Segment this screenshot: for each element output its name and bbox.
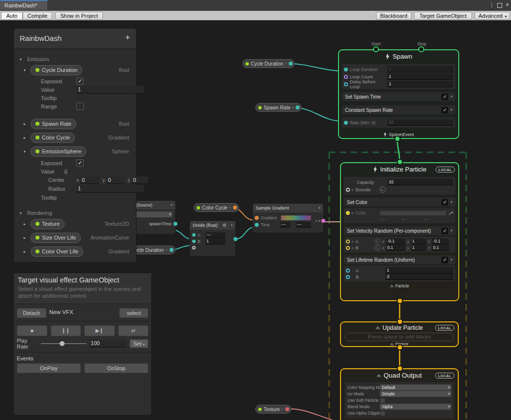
show-in-project-button[interactable]: Show in Project	[55, 12, 103, 20]
add-parameter-button[interactable]: +	[125, 33, 130, 42]
wire-cycle-duration-to-loop-duration[interactable]	[288, 64, 343, 71]
collapse-icon[interactable]: ‹	[285, 61, 287, 66]
chevron-down-icon[interactable]: ▾	[450, 108, 452, 112]
param-row-color-cycle[interactable]: ▸ Color Cycle Gradient	[14, 132, 136, 143]
gear-icon[interactable]: ⚙	[222, 223, 226, 228]
divide-a-field[interactable]: —	[205, 232, 225, 238]
quad-input-flow-port[interactable]	[397, 365, 403, 372]
chevron-down-icon[interactable]: ▾	[450, 229, 452, 233]
collapse-icon[interactable]: ‹	[282, 407, 283, 412]
divide-b-field[interactable]: 1	[205, 239, 225, 245]
chevron-down-icon[interactable]: ▾	[20, 211, 24, 215]
chevron-down-icon[interactable]: ▾	[24, 68, 28, 72]
expander-icon[interactable]: ▸	[352, 188, 354, 192]
node-quad-output[interactable]: Ψ Quad Output LOCAL Color Mapping Mode D…	[340, 368, 459, 420]
node-sample-gradient[interactable]: Sample Gradient ▾ Gradient Time — — ▸ s	[253, 204, 323, 233]
initialize-output-flow-port[interactable]	[397, 298, 403, 304]
velocity-b-z[interactable]: 0.1	[432, 245, 449, 251]
blackboard-toggle-button[interactable]: Blackboard	[376, 12, 411, 20]
chevron-right-icon[interactable]: ▸	[24, 136, 28, 140]
expander-icon[interactable]: ▸	[352, 211, 354, 215]
link-icon[interactable]: L	[379, 186, 386, 193]
select-button[interactable]: select	[119, 308, 148, 318]
node-initialize-particle[interactable]: Initialize Particle LOCAL Capacity 32 ▸ …	[340, 162, 459, 301]
node-spawn[interactable]: Spawn Loop Duration 1 Loop Count 1 Delay…	[338, 49, 459, 139]
sample-output-port[interactable]	[321, 219, 325, 223]
slider-handle[interactable]	[60, 341, 65, 346]
restart-button[interactable]: ⇄	[118, 325, 149, 336]
velocity-a-y[interactable]: 1	[411, 239, 426, 245]
flow-spawn-to-initialize[interactable]	[397, 139, 400, 162]
eyedropper-icon[interactable]	[448, 210, 453, 215]
chevron-down-icon[interactable]: ▾	[450, 258, 452, 262]
param-output-port[interactable]	[296, 105, 300, 109]
node-divide[interactable]: Divide (float) ⚙ ▾ A — B 1	[190, 221, 236, 256]
param-node-cycle-duration[interactable]: Cycle Duration ‹	[242, 59, 295, 68]
chevron-down-icon[interactable]: ▾	[20, 57, 24, 62]
time-input-port[interactable]	[255, 223, 259, 227]
color-mapping-dropdown[interactable]: Default ▾	[380, 385, 451, 390]
lifetime-a-field[interactable]: 1	[385, 267, 453, 274]
center-z-field[interactable]: 0	[132, 176, 148, 184]
block-set-velocity-random[interactable]: Set Velocity Random (Per-component) ▾	[344, 226, 455, 235]
chevron-right-icon[interactable]: ▸	[24, 236, 28, 240]
play-rate-field[interactable]: 100	[89, 340, 127, 348]
chevron-down-icon[interactable]: ▾	[318, 206, 320, 210]
rate-field[interactable]: 32	[387, 119, 453, 126]
onstop-button[interactable]: OnStop	[84, 363, 148, 373]
capacity-field[interactable]: 32	[387, 179, 453, 185]
collapse-icon[interactable]: ‹	[166, 247, 168, 252]
lifetime-a-port[interactable]	[346, 269, 350, 273]
value-field[interactable]: 1	[76, 86, 144, 94]
block-set-color[interactable]: Set Color ▾	[344, 198, 455, 207]
compile-button[interactable]: Compile	[23, 12, 52, 20]
param-output-port[interactable]	[289, 62, 293, 66]
expander-icon[interactable]: ▸	[352, 246, 354, 250]
chevron-right-icon[interactable]: ▸	[24, 222, 28, 226]
pause-button[interactable]: ❙❙	[51, 325, 81, 336]
initialize-input-flow-port[interactable]	[397, 159, 403, 165]
color-port[interactable]	[346, 211, 350, 215]
param-node-texture[interactable]: Texture ‹	[255, 405, 291, 414]
exposed-checkbox[interactable]	[76, 77, 84, 85]
play-rate-slider[interactable]	[41, 341, 86, 346]
local-badge[interactable]: LOCAL	[436, 167, 455, 173]
block-constant-spawn-rate[interactable]: Constant Spawn Rate ▾	[342, 105, 455, 114]
delay-before-loop-port[interactable]	[344, 82, 348, 86]
param-output-port[interactable]	[285, 407, 289, 411]
block-enabled-checkbox[interactable]	[442, 199, 448, 206]
menu-icon[interactable]: ⋮	[489, 1, 495, 8]
blend-mode-dropdown[interactable]: Alpha ▾	[380, 404, 451, 410]
tab-rainbwdash[interactable]: RainbwDash*	[0, 0, 47, 10]
uv-mode-dropdown[interactable]: Simple ▾	[380, 391, 451, 397]
lifetime-b-port[interactable]	[346, 275, 350, 279]
param-row-cycle-duration[interactable]: ▾ Cycle Duration float	[14, 65, 136, 75]
link-icon[interactable]: L	[375, 245, 380, 251]
target-gameobject-toggle-button[interactable]: Target GameObject	[414, 12, 472, 20]
param-row-spawn-rate[interactable]: ▸ Spawn Rate float	[14, 118, 136, 129]
node-spawn-title[interactable]: Spawn	[339, 50, 458, 63]
set-dropdown[interactable]: Set ▾	[130, 339, 148, 348]
chevron-down-icon[interactable]: ▾	[450, 95, 452, 99]
close-icon[interactable]: ×	[506, 1, 509, 8]
divide-a-port[interactable]	[192, 233, 196, 237]
range-checkbox[interactable]	[76, 103, 84, 110]
block-enabled-checkbox[interactable]	[442, 257, 448, 263]
use-soft-particle-checkbox[interactable]	[380, 398, 385, 403]
node-divide-title[interactable]: Divide (float) ⚙ ▾	[190, 221, 236, 230]
gradient-input-port[interactable]	[255, 216, 259, 220]
loop-count-port[interactable]	[344, 75, 348, 79]
param-output-port[interactable]	[233, 206, 237, 210]
chevron-down-icon[interactable]: ▾	[450, 200, 452, 204]
collapse-icon[interactable]: ‹	[292, 105, 294, 110]
exposed-checkbox[interactable]	[76, 159, 84, 167]
time-field[interactable]: —	[280, 222, 290, 228]
center-y-field[interactable]: 0	[106, 176, 124, 184]
update-input-flow-port[interactable]	[397, 318, 403, 325]
wire-texture-to-quad[interactable]	[286, 409, 332, 420]
spawn-output-flow-port[interactable]	[394, 136, 401, 142]
velocity-a-port[interactable]	[346, 240, 350, 244]
category-rendering[interactable]: ▾ Rendering	[14, 209, 136, 217]
param-row-emission-sphere[interactable]: ▾ EmissionSphere Sphere	[14, 146, 136, 157]
onplay-button[interactable]: OnPlay	[17, 363, 81, 373]
